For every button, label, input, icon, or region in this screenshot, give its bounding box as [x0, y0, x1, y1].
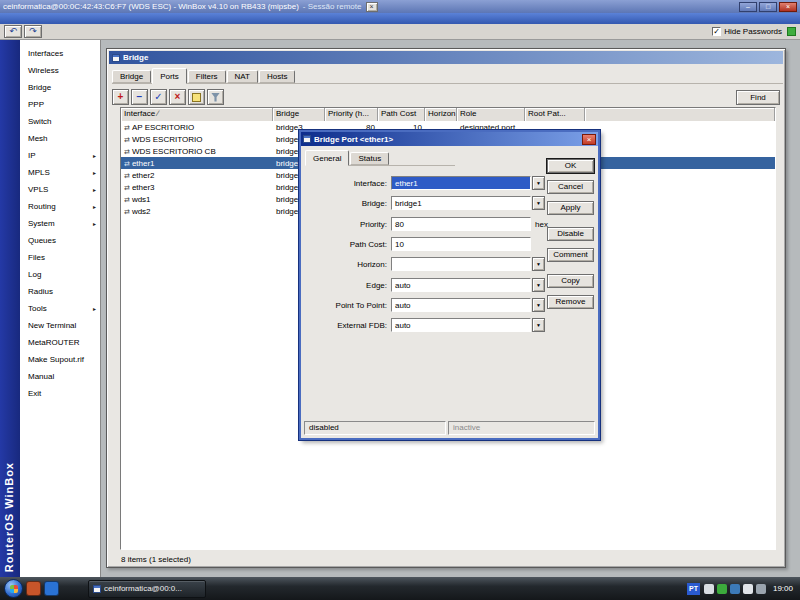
redo-button[interactable]: ↷	[24, 25, 42, 38]
column-header-role[interactable]: Role	[457, 108, 525, 121]
comment-button[interactable]: Comment	[547, 248, 594, 262]
remove-button[interactable]: −	[131, 89, 148, 105]
network-icon[interactable]	[756, 584, 766, 594]
session-close-button[interactable]: ×	[366, 2, 378, 12]
sidebar-item-queues[interactable]: Queues	[20, 232, 100, 249]
column-header-root-pat[interactable]: Root Pat...	[525, 108, 585, 121]
tab-hosts[interactable]: Hosts	[259, 70, 295, 83]
dropdown-arrow-icon[interactable]: ▼	[532, 298, 545, 312]
taskbar-task-button[interactable]: ceinformatica@00:0...	[88, 580, 206, 598]
find-button[interactable]: Find	[736, 90, 780, 105]
remove-button[interactable]: Remove	[547, 295, 594, 309]
sidebar-item-new-terminal[interactable]: New Terminal	[20, 317, 100, 334]
dialog-tab-status[interactable]: Status	[350, 152, 389, 165]
sidebar-menu: InterfacesWirelessBridgePPPSwitchMeshIP▸…	[20, 40, 101, 577]
cancel-button[interactable]: Cancel	[547, 180, 594, 194]
sidebar-item-radius[interactable]: Radius	[20, 283, 100, 300]
keyboard-icon[interactable]	[704, 584, 714, 594]
dialog-icon	[303, 135, 311, 143]
interface-name: AP ESCRITORIO	[132, 123, 194, 132]
sidebar-item-mpls[interactable]: MPLS▸	[20, 164, 100, 181]
sidebar-item-vpls[interactable]: VPLS▸	[20, 181, 100, 198]
sidebar-item-label: PPP	[28, 100, 44, 109]
tab-nat[interactable]: NAT	[227, 70, 258, 83]
sidebar-item-metarouter[interactable]: MetaROUTER	[20, 334, 100, 351]
language-indicator[interactable]: PT	[687, 583, 700, 595]
sidebar-item-make-supout-rif[interactable]: Make Supout.rif	[20, 351, 100, 368]
dropdown-arrow-icon[interactable]: ▼	[532, 196, 545, 210]
sidebar-item-label: Wireless	[28, 66, 59, 75]
sidebar-item-log[interactable]: Log	[20, 266, 100, 283]
close-button[interactable]: ×	[779, 2, 797, 12]
maximize-button[interactable]: □	[759, 2, 777, 12]
edge-input[interactable]: auto	[391, 278, 531, 292]
start-button[interactable]	[4, 579, 23, 598]
dropdown-arrow-icon[interactable]: ▼	[532, 318, 545, 332]
field-label: Point To Point:	[307, 301, 391, 310]
column-header-priority-h[interactable]: Priority (h...	[325, 108, 378, 121]
sidebar-item-switch[interactable]: Switch	[20, 113, 100, 130]
sidebar-item-interfaces[interactable]: Interfaces	[20, 45, 100, 62]
interface-name: WDS ESCRITORIO CB	[132, 147, 216, 156]
dialog-tab-general[interactable]: General	[305, 150, 349, 166]
minimize-button[interactable]: –	[739, 2, 757, 12]
submenu-arrow-icon: ▸	[93, 203, 96, 210]
external-fdb-input[interactable]: auto	[391, 318, 531, 332]
ok-button[interactable]: OK	[547, 159, 594, 173]
point-to-point-input[interactable]: auto	[391, 298, 531, 312]
sidebar-item-wireless[interactable]: Wireless	[20, 62, 100, 79]
field-label: External FDB:	[307, 321, 391, 330]
undo-button[interactable]: ↶	[4, 25, 22, 38]
explorer-icon[interactable]	[44, 581, 59, 596]
interface-input[interactable]: ether1	[391, 176, 531, 190]
dialog-close-button[interactable]: ×	[582, 134, 596, 145]
column-header-path-cost[interactable]: Path Cost	[378, 108, 425, 121]
comment-button[interactable]	[188, 89, 205, 105]
volume-icon[interactable]	[743, 584, 753, 594]
disable-button[interactable]: ×	[169, 89, 186, 105]
sidebar-item-label: VPLS	[28, 185, 48, 194]
horizon-input[interactable]	[391, 257, 531, 271]
field-label: Edge:	[307, 281, 391, 290]
add-button[interactable]: +	[112, 89, 129, 105]
copy-button[interactable]: Copy	[547, 274, 594, 288]
bridge-input[interactable]: bridge1	[391, 196, 531, 210]
tab-bridge[interactable]: Bridge	[112, 70, 151, 83]
column-header-horizon[interactable]: Horizon	[425, 108, 457, 121]
sidebar-item-ip[interactable]: IP▸	[20, 147, 100, 164]
path-cost-input[interactable]: 10	[391, 237, 531, 251]
interface-name: wds1	[132, 195, 151, 204]
tab-ports[interactable]: Ports	[152, 68, 187, 84]
column-header-bridge[interactable]: Bridge	[273, 108, 325, 121]
hide-passwords-checkbox[interactable]: ✓	[712, 27, 721, 36]
bridge-window-titlebar[interactable]: Bridge	[109, 51, 783, 64]
dialog-titlebar[interactable]: Bridge Port <ether1> ×	[301, 132, 598, 146]
windows-logo-icon	[10, 585, 18, 593]
column-header-interface[interactable]: Interface∕	[121, 108, 273, 121]
hide-passwords[interactable]: ✓ Hide Passwords	[712, 27, 796, 36]
sidebar-item-bridge[interactable]: Bridge	[20, 79, 100, 96]
sidebar-item-exit[interactable]: Exit	[20, 385, 100, 402]
sidebar-item-mesh[interactable]: Mesh	[20, 130, 100, 147]
submenu-arrow-icon: ▸	[93, 305, 96, 312]
enable-button[interactable]: ✓	[150, 89, 167, 105]
browser-icon[interactable]	[26, 581, 41, 596]
updown-arrow-icon[interactable]: ▼	[532, 257, 545, 271]
sidebar-item-ppp[interactable]: PPP	[20, 96, 100, 113]
sidebar-item-files[interactable]: Files	[20, 249, 100, 266]
security-icon[interactable]	[717, 584, 727, 594]
disable-button[interactable]: Disable	[547, 227, 594, 241]
filter-button[interactable]	[207, 89, 224, 105]
field-label: Path Cost:	[307, 240, 391, 249]
apply-button[interactable]: Apply	[547, 201, 594, 215]
dropdown-arrow-icon[interactable]: ▼	[532, 176, 545, 190]
sidebar-item-tools[interactable]: Tools▸	[20, 300, 100, 317]
sidebar-item-manual[interactable]: Manual	[20, 368, 100, 385]
priority-input[interactable]: 80	[391, 217, 531, 231]
display-icon[interactable]	[730, 584, 740, 594]
dropdown-arrow-icon[interactable]: ▼	[532, 278, 545, 292]
remote-titlebar[interactable]: ceinformatica@00:0C:42:43:C6:F7 (WDS ESC…	[0, 0, 800, 13]
tab-filters[interactable]: Filters	[188, 70, 226, 83]
sidebar-item-system[interactable]: System▸	[20, 215, 100, 232]
sidebar-item-routing[interactable]: Routing▸	[20, 198, 100, 215]
